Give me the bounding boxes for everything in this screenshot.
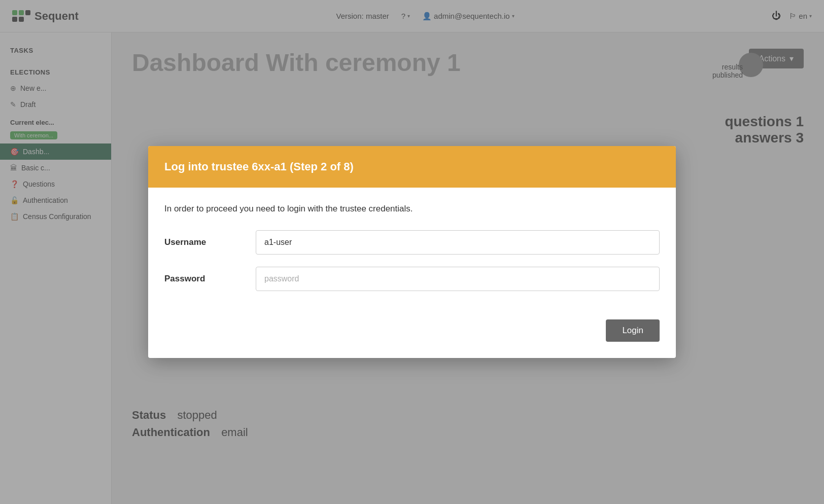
- modal-header: Log into trustee 6xx-a1 (Step 2 of 8): [148, 146, 676, 188]
- modal-overlay[interactable]: Log into trustee 6xx-a1 (Step 2 of 8) In…: [0, 0, 824, 504]
- modal-footer: Login: [148, 319, 676, 358]
- username-input[interactable]: [256, 230, 660, 255]
- username-row: Username: [164, 230, 660, 255]
- login-button[interactable]: Login: [606, 319, 660, 342]
- modal-body: In order to proceed you need to login wi…: [148, 188, 676, 319]
- password-input[interactable]: [256, 267, 660, 291]
- password-row: Password: [164, 267, 660, 291]
- modal-title: Log into trustee 6xx-a1 (Step 2 of 8): [164, 160, 660, 173]
- username-label: Username: [164, 237, 256, 247]
- password-label: Password: [164, 274, 256, 284]
- modal: Log into trustee 6xx-a1 (Step 2 of 8) In…: [148, 146, 676, 358]
- modal-description: In order to proceed you need to login wi…: [164, 204, 660, 214]
